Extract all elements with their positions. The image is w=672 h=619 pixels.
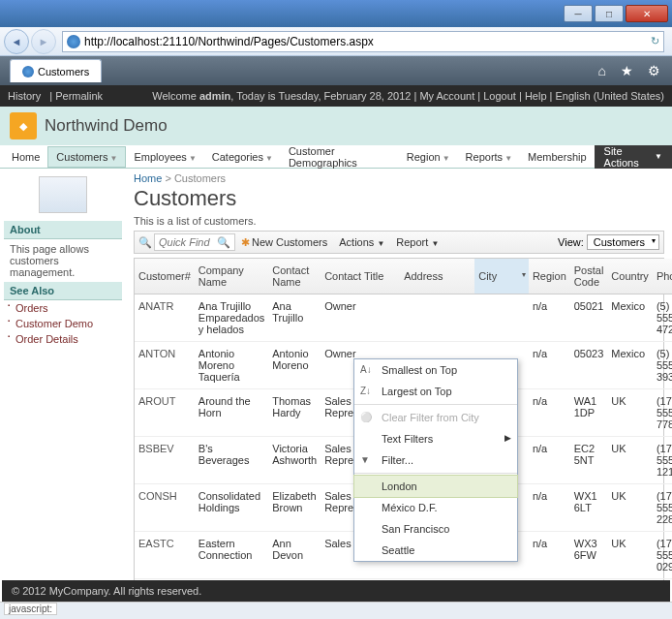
menu-categories[interactable]: Categories▼ [204,147,281,167]
cell-contact: Antonio Moreno [268,342,321,389]
quick-find-input[interactable] [159,236,217,248]
filter-value-san-francisco[interactable]: San Francisco [354,518,517,540]
history-link[interactable]: History [8,90,41,102]
cell-postal: 05021 [570,294,608,342]
sort-smallest[interactable]: A↓Smallest on Top [354,359,517,381]
col-customer-no[interactable]: Customer# [135,259,195,294]
menu-customers[interactable]: Customers▼ [47,146,126,168]
cell-phone: (171) 555-7788 [653,389,672,437]
cell-id: AROUT [135,389,195,437]
browser-tab[interactable]: Customers [10,59,102,82]
url-input[interactable] [84,35,651,48]
cell-country: UK [607,437,653,484]
menu-home[interactable]: Home [4,147,47,167]
tools-icon[interactable]: ⚙ [648,63,660,78]
page-description: This is a list of customers. [134,215,664,227]
menu-reports[interactable]: Reports▼ [458,147,520,167]
breadcrumb: Home > Customers [134,172,664,184]
col-contact-title[interactable]: Contact Title [321,259,400,294]
cell-addr [400,294,474,342]
text-filters[interactable]: Text Filters▶ [354,428,517,449]
search-icon: 🔍 [138,236,152,249]
menu-customer-demographics[interactable]: Customer Demographics [281,141,399,172]
filter-value-london[interactable]: London [353,475,518,498]
logout-link[interactable]: Logout [483,90,516,102]
refresh-icon[interactable]: ↻ [651,35,659,47]
report-button[interactable]: Report ▼ [390,234,444,250]
col-city[interactable]: City [474,259,529,294]
cell-id: CONSH [135,484,195,532]
cell-region: n/a [529,484,570,532]
cell-id: EASTC [135,532,195,579]
sidebar-link-order-details[interactable]: Order Details [4,331,122,347]
permalink-link[interactable]: Permalink [55,90,103,102]
cell-postal: 05023 [570,342,608,389]
cell-id: BSBEV [135,437,195,484]
filter-value-mexico-df[interactable]: México D.F. [354,497,517,518]
menu-employees[interactable]: Employees▼ [126,147,203,167]
welcome-user: admin [199,90,230,102]
city-filter-dropdown: A↓Smallest on Top Z↓Largest on Top ⚪Clea… [353,358,518,562]
language-link[interactable]: English (United States) [556,90,665,102]
url-bar[interactable]: ↻ [62,31,664,52]
col-contact-name[interactable]: Contact Name [268,259,321,294]
table-row[interactable]: ANATRAna Trujillo Emparedados y heladosA… [135,294,672,342]
col-country[interactable]: Country [607,259,653,294]
cell-region: n/a [529,532,570,579]
sidebar-about-header: About [4,221,122,239]
cell-company: Consolidated Holdings [195,484,268,532]
sort-largest[interactable]: Z↓Largest on Top [354,381,517,402]
browser-tool-icons: ⌂ ★ ⚙ [592,63,666,78]
cell-title: Owner [321,294,400,342]
new-customers-button[interactable]: ✱New Customers [235,234,333,251]
browser-navbar: ◄ ► ↻ [0,27,672,56]
page-title: Customers [134,186,664,211]
menu-membership[interactable]: Membership [520,147,595,167]
app-header: ◆ Northwind Demo [0,107,672,145]
col-address[interactable]: Address [400,259,474,294]
favorites-icon[interactable]: ★ [621,63,633,78]
col-region[interactable]: Region [529,259,570,294]
menu-region[interactable]: Region▼ [399,147,458,167]
welcome-text: Welcome [152,90,199,102]
clear-filter-icon: ⚪ [360,412,372,422]
cell-country: Mexico [607,294,653,342]
my-account-link[interactable]: My Account [419,90,474,102]
cell-country: UK [607,532,653,579]
ie-icon [67,35,80,48]
close-button[interactable]: ✕ [626,5,668,22]
cell-company: Around the Horn [195,389,268,437]
maximize-button[interactable]: □ [595,5,624,22]
cell-region: n/a [529,437,570,484]
cell-contact: Ana Trujillo [268,294,321,342]
sidebar-link-orders[interactable]: Orders [4,300,122,316]
quick-find-search-icon[interactable]: 🔍 [217,236,230,249]
cell-country: Mexico [607,342,653,389]
tab-title: Customers [38,66,89,77]
sidebar-seealso-header: See Also [4,282,122,300]
home-icon[interactable]: ⌂ [597,63,605,78]
cell-company: Eastern Connection [195,532,268,579]
view-selector[interactable]: Customers [587,234,659,250]
welcome-date: , Today is Tuesday, February 28, 2012 [230,90,411,102]
help-link[interactable]: Help [525,90,547,102]
clear-filter[interactable]: ⚪Clear Filter from City [354,407,517,428]
back-button[interactable]: ◄ [4,29,29,54]
site-actions-button[interactable]: Site Actions ▼ [595,145,672,169]
cell-company: B's Beverages [195,437,268,484]
quick-find[interactable]: 🔍 [154,233,235,251]
filter-value-seattle[interactable]: Seattle [354,540,517,561]
col-company[interactable]: Company Name [195,259,268,294]
col-postal[interactable]: Postal Code [570,259,608,294]
cell-city [474,294,529,342]
cell-country: UK [607,389,653,437]
col-phone[interactable]: Phone [653,259,672,294]
sidebar-link-customer-demo[interactable]: Customer Demo [4,316,122,331]
breadcrumb-home[interactable]: Home [134,172,162,184]
funnel-icon: ▼ [360,454,370,465]
filter-custom[interactable]: ▼Filter... [354,449,517,471]
view-label: View: [558,236,584,248]
actions-button[interactable]: Actions ▼ [333,234,390,250]
minimize-button[interactable]: ─ [564,5,593,22]
forward-button[interactable]: ► [31,29,56,54]
